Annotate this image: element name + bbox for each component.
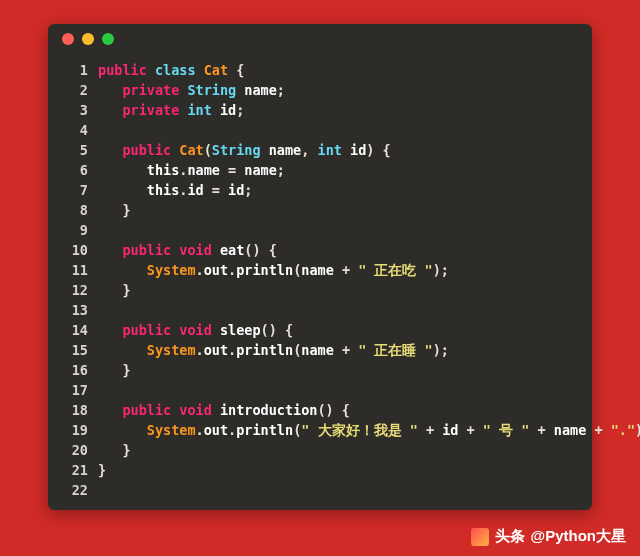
token-punc: + xyxy=(586,422,610,438)
token-id: id xyxy=(220,102,236,118)
token-punc: . xyxy=(228,262,236,278)
line-code xyxy=(98,480,578,500)
line-code: this.name = name; xyxy=(98,160,578,180)
token-punc: ); xyxy=(433,342,449,358)
token-punc: ) { xyxy=(366,142,390,158)
token-kw: public xyxy=(122,242,179,258)
line-number: 21 xyxy=(62,460,88,480)
token-punc: } xyxy=(98,462,106,478)
code-line: 20 } xyxy=(62,440,578,460)
token-id: this xyxy=(147,162,180,178)
token-punc xyxy=(98,242,122,258)
token-punc: ; xyxy=(236,102,244,118)
code-line: 13 xyxy=(62,300,578,320)
line-number: 3 xyxy=(62,100,88,120)
token-id: name xyxy=(269,142,302,158)
line-number: 11 xyxy=(62,260,88,280)
line-code: } xyxy=(98,280,578,300)
line-number: 1 xyxy=(62,60,88,80)
token-punc: ; xyxy=(244,182,252,198)
token-punc: + xyxy=(334,342,358,358)
token-punc: ); xyxy=(433,262,449,278)
token-punc: . xyxy=(196,342,204,358)
token-punc: ); xyxy=(635,422,640,438)
line-code xyxy=(98,120,578,140)
token-type: String xyxy=(212,142,269,158)
window-titlebar xyxy=(48,24,592,54)
token-punc xyxy=(98,182,147,198)
close-icon[interactable] xyxy=(62,33,74,45)
token-id: id xyxy=(442,422,458,438)
token-punc xyxy=(98,102,122,118)
token-kw: void xyxy=(179,242,220,258)
token-punc xyxy=(98,322,122,338)
line-code: private int id; xyxy=(98,100,578,120)
line-number: 2 xyxy=(62,80,88,100)
token-punc xyxy=(98,262,147,278)
line-number: 6 xyxy=(62,160,88,180)
token-punc xyxy=(98,82,122,98)
token-kw: void xyxy=(179,322,220,338)
line-code: System.out.println(name + " 正在睡 "); xyxy=(98,340,578,360)
token-punc xyxy=(98,342,147,358)
line-number: 5 xyxy=(62,140,88,160)
toutiao-logo-icon xyxy=(471,528,489,546)
token-str: " 大家好！我是 " xyxy=(301,422,418,438)
line-number: 10 xyxy=(62,240,88,260)
token-id: name xyxy=(244,162,277,178)
token-punc: + xyxy=(529,422,553,438)
code-editor-window: 1public class Cat {2 private String name… xyxy=(48,24,592,510)
token-name: System xyxy=(147,422,196,438)
token-punc: ( xyxy=(204,142,212,158)
line-code: public Cat(String name, int id) { xyxy=(98,140,578,160)
token-kw: private xyxy=(122,82,187,98)
token-punc: } xyxy=(98,282,131,298)
code-line: 12 } xyxy=(62,280,578,300)
token-kw: public xyxy=(122,322,179,338)
code-line: 16 } xyxy=(62,360,578,380)
code-line: 6 this.name = name; xyxy=(62,160,578,180)
token-id: out xyxy=(204,342,228,358)
token-kw: private xyxy=(122,102,187,118)
token-kw: public xyxy=(122,402,179,418)
line-number: 20 xyxy=(62,440,88,460)
token-str: " 号 " xyxy=(483,422,530,438)
token-punc: } xyxy=(98,442,131,458)
token-str: " 正在吃 " xyxy=(358,262,433,278)
token-name: System xyxy=(147,262,196,278)
code-area: 1public class Cat {2 private String name… xyxy=(48,54,592,514)
token-punc: () { xyxy=(261,322,294,338)
line-code xyxy=(98,220,578,240)
line-number: 9 xyxy=(62,220,88,240)
token-punc: , xyxy=(301,142,317,158)
token-id: name xyxy=(301,262,334,278)
token-id: println xyxy=(236,342,293,358)
line-code: private String name; xyxy=(98,80,578,100)
token-id: sleep xyxy=(220,322,261,338)
token-id: id xyxy=(350,142,366,158)
code-line: 15 System.out.println(name + " 正在睡 "); xyxy=(62,340,578,360)
token-id: name xyxy=(244,82,277,98)
line-code: System.out.println(" 大家好！我是 " + id + " 号… xyxy=(98,420,640,440)
line-code: } xyxy=(98,360,578,380)
token-punc: () { xyxy=(244,242,277,258)
code-line: 9 xyxy=(62,220,578,240)
line-code: } xyxy=(98,200,578,220)
code-line: 2 private String name; xyxy=(62,80,578,100)
token-punc: . xyxy=(228,342,236,358)
line-number: 7 xyxy=(62,180,88,200)
token-kw: void xyxy=(179,402,220,418)
code-line: 14 public void sleep() { xyxy=(62,320,578,340)
token-punc: + xyxy=(458,422,482,438)
zoom-icon[interactable] xyxy=(102,33,114,45)
attribution-footer: 头条 @Python大星 xyxy=(471,527,626,546)
line-code: public void sleep() { xyxy=(98,320,578,340)
line-code: } xyxy=(98,440,578,460)
token-punc: { xyxy=(236,62,244,78)
token-str: " 正在睡 " xyxy=(358,342,433,358)
token-type: class xyxy=(155,62,204,78)
code-line: 17 xyxy=(62,380,578,400)
minimize-icon[interactable] xyxy=(82,33,94,45)
line-code: } xyxy=(98,460,578,480)
token-punc: + xyxy=(334,262,358,278)
